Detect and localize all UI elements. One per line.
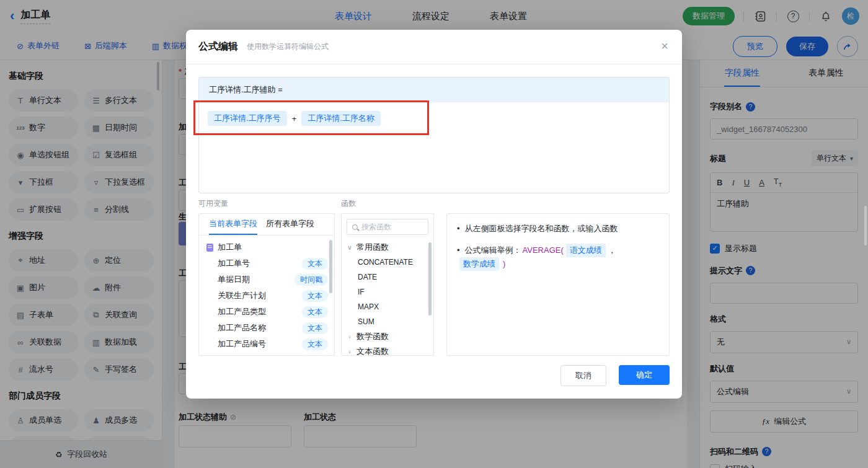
modal-title: 公式编辑 [198, 40, 238, 53]
variable-name: 加工产品名称 [218, 322, 266, 333]
formula-token[interactable]: 工序详情.工序名称 [301, 111, 381, 126]
formula-edit-modal: 公式编辑 使用数学运算符编辑公式 × 工序详情.工序辅助 = 工序详情.工序序号… [186, 30, 682, 399]
search-icon [352, 224, 358, 230]
function-group-expanded[interactable]: ∨常用函数 [342, 240, 433, 255]
field-type-tag: 文本 [302, 258, 328, 270]
formula-editor[interactable]: 工序详情.工序辅助 = 工序详情.工序序号 + 工序详情.工序名称 [198, 77, 670, 193]
chevron-down-icon: ∨ [347, 244, 353, 252]
window-scrollbar[interactable] [864, 206, 867, 245]
variable-name: 单据日期 [218, 274, 250, 285]
confirm-button[interactable]: 确定 [619, 365, 670, 385]
function-group-collapsed[interactable]: ›文本函数 [342, 344, 433, 356]
variable-field[interactable]: 加工单号文本 [199, 255, 334, 272]
field-type-tag: 时间戳 [294, 274, 328, 286]
hints-panel: 从左侧面板选择字段名和函数，或输入函数 公式编辑举例： AVERAGE( 语文成… [446, 213, 670, 356]
variables-scrollbar[interactable] [329, 240, 332, 293]
function-item[interactable]: DATE [342, 270, 433, 285]
variable-field[interactable]: 关联生产计划文本 [199, 288, 334, 304]
function-search-input[interactable]: 搜索函数 [347, 219, 428, 235]
variable-name: 加工产品类型 [218, 306, 266, 317]
form-icon [206, 244, 213, 252]
close-icon[interactable]: × [661, 40, 668, 52]
variable-field[interactable]: 单据日期时间戳 [199, 272, 334, 288]
hint-line: 公式编辑举例： AVERAGE( 语文成绩 ， 数学成绩 ) [457, 244, 659, 271]
formula-token[interactable]: 工序详情.工序序号 [208, 111, 287, 126]
function-group-label: 常用函数 [356, 242, 389, 253]
formula-target: 工序详情.工序辅助 = [199, 77, 669, 102]
formula-operator[interactable]: + [292, 114, 297, 123]
function-group-label: 文本函数 [356, 346, 389, 356]
hint-line: 从左侧面板选择字段名和函数，或输入函数 [457, 223, 659, 235]
variable-name: 加工单号 [218, 258, 250, 269]
variable-name: 关联生产计划 [218, 290, 266, 301]
variable-field[interactable]: 加工产品名称文本 [199, 320, 334, 336]
field-type-tag: 文本 [302, 306, 328, 318]
function-group-collapsed[interactable]: ›数学函数 [342, 329, 433, 344]
example-field-chip: 语文成绩 [566, 244, 606, 257]
field-type-tag: 文本 [302, 322, 328, 334]
variable-name: 加工产品编号 [218, 338, 266, 350]
functions-scrollbar[interactable] [428, 242, 432, 316]
variables-label: 可用变量 [198, 198, 228, 209]
form-node[interactable]: 加工单 [199, 239, 334, 255]
chevron-right-icon: › [347, 333, 353, 340]
tab-current-form-fields[interactable]: 当前表单字段 [209, 214, 257, 235]
chevron-right-icon: › [347, 348, 353, 355]
variable-field[interactable]: 加工产品类型文本 [199, 304, 334, 320]
field-type-tag: 文本 [302, 338, 328, 350]
function-item[interactable]: SUM [342, 314, 433, 329]
variables-panel: 当前表单字段 所有表单字段 加工单 加工单号文本单据日期时间戳关联生产计划文本加… [198, 213, 335, 356]
function-item[interactable]: IF [342, 285, 433, 299]
functions-panel: 搜索函数 ∨常用函数CONCATENATEDATEIFMAPXSUM›数学函数›… [341, 213, 434, 356]
function-group-label: 数学函数 [356, 331, 389, 342]
function-item[interactable]: CONCATENATE [342, 255, 433, 270]
example-field-chip: 数学成绩 [459, 257, 499, 271]
function-item[interactable]: MAPX [342, 299, 433, 314]
cancel-button[interactable]: 取消 [560, 365, 606, 386]
tab-all-form-fields[interactable]: 所有表单字段 [266, 214, 314, 234]
functions-label: 函数 [341, 198, 356, 209]
variable-field[interactable]: 加工产品编号文本 [199, 336, 334, 352]
search-placeholder: 搜索函数 [361, 222, 391, 232]
modal-subtitle: 使用数学运算符编辑公式 [247, 42, 329, 52]
field-type-tag: 文本 [302, 290, 328, 302]
